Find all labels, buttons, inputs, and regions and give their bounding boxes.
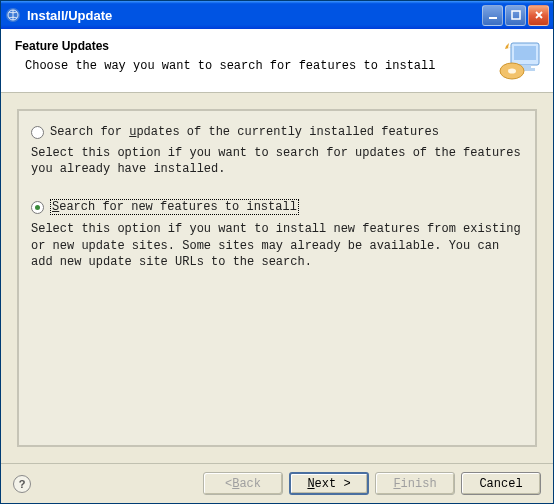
radio-label: Search for new features to install <box>50 199 299 215</box>
install-update-dialog: Install/Update Feature Updates Choose th… <box>0 0 554 504</box>
cancel-button[interactable]: Cancel <box>461 472 541 495</box>
options-panel: Search for updates of the currently inst… <box>17 109 537 447</box>
wizard-header: Feature Updates Choose the way you want … <box>1 29 553 93</box>
page-title: Feature Updates <box>15 39 489 53</box>
svg-point-8 <box>508 68 516 73</box>
option-search-new-features-desc: Select this option if you want to instal… <box>31 221 523 270</box>
close-button[interactable] <box>528 5 549 26</box>
wizard-content: Search for updates of the currently inst… <box>1 93 553 463</box>
app-icon <box>5 7 21 23</box>
radio-icon <box>31 126 44 139</box>
next-button[interactable]: Next > <box>289 472 369 495</box>
window-title: Install/Update <box>27 8 482 23</box>
svg-rect-2 <box>512 11 520 19</box>
svg-rect-4 <box>514 46 536 60</box>
option-search-updates[interactable]: Search for updates of the currently inst… <box>31 125 523 139</box>
radio-icon <box>31 201 44 214</box>
minimize-button[interactable] <box>482 5 503 26</box>
titlebar[interactable]: Install/Update <box>1 1 553 29</box>
window-controls <box>482 5 549 26</box>
option-search-updates-desc: Select this option if you want to search… <box>31 145 523 177</box>
help-icon[interactable]: ? <box>13 475 31 493</box>
wizard-footer: ? < Back Next > Finish Cancel <box>1 463 553 503</box>
update-icon <box>497 39 543 81</box>
option-search-new-features[interactable]: Search for new features to install <box>31 199 523 215</box>
back-button: < Back <box>203 472 283 495</box>
svg-rect-1 <box>489 17 497 19</box>
maximize-button[interactable] <box>505 5 526 26</box>
radio-label: Search for updates of the currently inst… <box>50 125 439 139</box>
finish-button: Finish <box>375 472 455 495</box>
page-subtitle: Choose the way you want to search for fe… <box>25 59 489 73</box>
